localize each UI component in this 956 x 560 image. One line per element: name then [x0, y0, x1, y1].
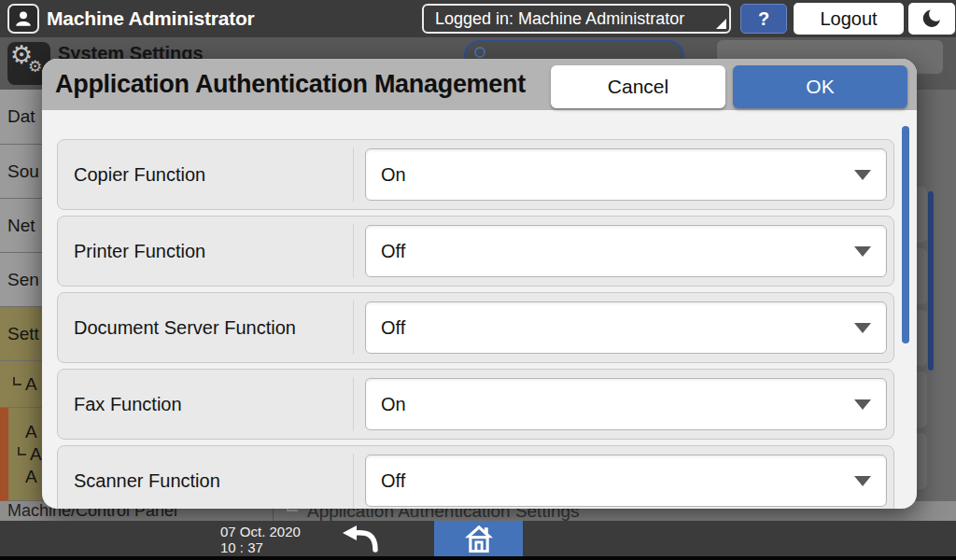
chevron-down-icon: [854, 399, 871, 410]
setting-row-scanner: Scanner Function Off: [57, 445, 894, 509]
dialog-title: Application Authentication Management: [55, 59, 526, 110]
setting-row-copier: Copier Function On: [57, 139, 894, 210]
search-icon: [474, 47, 485, 58]
sidebar-item-label: Sou: [7, 161, 39, 182]
home-icon: [464, 525, 494, 553]
sidebar-item-label: Sen: [7, 270, 39, 290]
printer-function-dropdown[interactable]: Off: [365, 225, 887, 277]
cancel-button[interactable]: Cancel: [551, 65, 725, 108]
setting-label: Document Server Function: [74, 293, 296, 362]
background-list-row-edge: [917, 310, 927, 366]
gear-icon: ⚙: [28, 57, 42, 77]
ok-button[interactable]: OK: [733, 65, 907, 108]
dropdown-value: On: [381, 379, 406, 429]
dropdown-value: Off: [381, 302, 405, 353]
home-button[interactable]: [434, 521, 523, 556]
fax-function-dropdown[interactable]: On: [365, 378, 887, 430]
background-page-scrollbar[interactable]: [928, 191, 934, 371]
row-divider: [353, 454, 354, 508]
logged-in-dropdown[interactable]: Logged in: Machine Administrator: [422, 4, 731, 34]
chevron-down-icon: [854, 476, 871, 486]
dropdown-value: Off: [381, 455, 405, 506]
date-text: 07 Oct. 2020: [220, 524, 301, 539]
chevron-down-icon: [854, 170, 871, 180]
background-list-row-edge: [917, 371, 927, 427]
logout-button[interactable]: Logout: [794, 3, 904, 35]
tree-connector-icon: [13, 377, 21, 385]
dialog-scrollbar[interactable]: [902, 126, 909, 343]
sleep-mode-button[interactable]: [908, 3, 955, 35]
setting-row-printer: Printer Function Off: [57, 216, 894, 287]
user-icon: [13, 8, 34, 29]
row-divider: [353, 377, 354, 431]
datetime-display: 07 Oct. 2020 10 : 37: [220, 524, 301, 555]
back-arrow-icon: [340, 525, 381, 553]
setting-label: Scanner Function: [74, 446, 220, 509]
background-list-row-edge: [917, 187, 927, 243]
setting-label: Fax Function: [74, 370, 182, 439]
setting-row-fax: Fax Function On: [57, 369, 894, 440]
taskbar-bottom-edge: [0, 556, 956, 560]
bottom-taskbar: 07 Oct. 2020 10 : 37: [0, 521, 956, 560]
time-text: 10 : 37: [220, 539, 301, 555]
back-button[interactable]: [334, 523, 387, 554]
top-header-bar: Machine Administrator Logged in: Machine…: [0, 0, 956, 37]
corner-caret-icon: [716, 19, 726, 29]
chevron-down-icon: [854, 323, 871, 333]
row-divider: [353, 147, 354, 202]
document-server-function-dropdown[interactable]: Off: [365, 301, 887, 354]
crescent-moon-icon: [921, 7, 943, 30]
logged-in-label: Logged in: Machine Administrator: [435, 9, 684, 28]
page-title: Machine Administrator: [47, 0, 255, 37]
sidebar-item-line: A: [30, 443, 42, 466]
user-account-button[interactable]: [7, 4, 39, 34]
setting-label: Printer Function: [74, 217, 205, 286]
help-button[interactable]: ?: [740, 4, 787, 34]
setting-row-document-server: Document Server Function Off: [57, 292, 894, 363]
sidebar-item-label: Sett: [7, 324, 39, 344]
sidebar-item-label: Net: [7, 216, 35, 236]
row-divider: [353, 301, 354, 355]
tree-connector-icon: [18, 447, 26, 455]
application-authentication-dialog: Application Authentication Management Ca…: [42, 59, 917, 509]
sidebar-item-label: A: [25, 374, 37, 395]
dropdown-value: On: [381, 149, 406, 200]
background-list-row-edge: [917, 248, 927, 304]
screen: Machine Administrator Logged in: Machine…: [0, 0, 956, 560]
chevron-down-icon: [854, 246, 871, 257]
copier-function-dropdown[interactable]: On: [365, 148, 887, 201]
dialog-header: Application Authentication Management Ca…: [42, 59, 917, 110]
background-list-row-edge: [917, 433, 927, 489]
setting-label: Copier Function: [74, 140, 205, 209]
row-divider: [353, 224, 354, 278]
dropdown-value: Off: [381, 226, 405, 276]
sidebar-item-label: Dat: [7, 106, 35, 127]
scanner-function-dropdown[interactable]: Off: [365, 455, 887, 507]
